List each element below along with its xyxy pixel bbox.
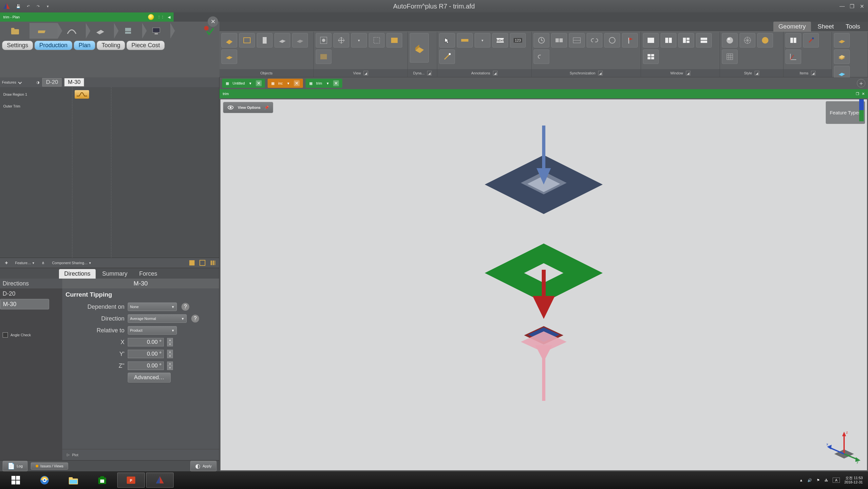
direction-select[interactable]: Average Normal▼ <box>128 314 187 323</box>
viewport-3d[interactable]: View Options 📌 ⚑ Feature Types <box>220 99 867 471</box>
tray-ime-icon[interactable]: A <box>833 478 839 483</box>
style-wire-icon[interactable] <box>740 33 755 48</box>
style-expand-icon[interactable]: ◢ <box>755 71 759 76</box>
sync-link-icon[interactable] <box>587 33 602 48</box>
dyna-icon[interactable] <box>410 33 429 63</box>
sync-icon-3[interactable] <box>569 33 585 48</box>
vtab-close-icon[interactable]: ✕ <box>333 80 339 86</box>
vtab-inc[interactable]: ▦ inc ▼ ✕ <box>268 79 303 88</box>
subtab-production[interactable]: Production <box>34 41 72 50</box>
annot-cursor-icon[interactable] <box>439 33 455 48</box>
annot-flag-icon[interactable]: ▾ <box>475 33 490 48</box>
split-icon[interactable]: ⋮⋮ <box>157 15 164 19</box>
style-sphere2-icon[interactable] <box>757 33 773 48</box>
subtab-settings[interactable]: Settings <box>2 41 33 50</box>
process-step-screen[interactable] <box>142 23 170 39</box>
view-expand-icon[interactable]: ◢ <box>364 71 368 76</box>
viewport-close-icon[interactable]: ✕ <box>862 92 865 96</box>
objects-icon-6[interactable] <box>221 50 237 64</box>
proptab-summary[interactable]: Summary <box>97 269 133 279</box>
objects-icon-4[interactable] <box>275 33 290 48</box>
view-icon-2[interactable] <box>334 33 349 48</box>
pin-icon[interactable]: 📌 <box>264 106 269 110</box>
tray-network-icon[interactable]: 🖧 <box>825 478 828 482</box>
y-spinner[interactable]: ▲▼ <box>167 350 173 358</box>
annot-123-icon[interactable]: 123 <box>510 33 526 48</box>
vtab-trim[interactable]: ▦ trim ▼ ✕ <box>306 79 342 88</box>
relative-to-select[interactable]: Product▼ <box>128 326 177 335</box>
win-4-icon[interactable] <box>696 33 712 48</box>
win-expand-icon[interactable]: ◢ <box>686 71 690 76</box>
minimize-button[interactable]: — <box>838 2 846 10</box>
view-icon-4[interactable] <box>369 33 384 48</box>
x-spinner[interactable]: ▲▼ <box>167 338 173 346</box>
vtab-untitled[interactable]: ▦ Untitled ▼ ✕ <box>222 79 265 88</box>
z-spinner[interactable]: ▲▼ <box>167 362 173 370</box>
prop-left-m30[interactable]: M-30 <box>0 299 49 309</box>
redo-icon[interactable]: ↷ <box>34 2 42 10</box>
style-sphere-icon[interactable] <box>722 33 738 48</box>
ana-icon-2[interactable] <box>834 50 850 64</box>
taskbar-clock[interactable]: 오전 11:53 2018-12-31 <box>844 476 863 484</box>
legend-pin-icon[interactable]: ⚑ <box>828 103 863 109</box>
annot-expand-icon[interactable]: ◢ <box>493 71 498 76</box>
dyna-expand-icon[interactable]: ◢ <box>427 71 432 76</box>
collapse-icon[interactable]: ◀ <box>168 15 170 19</box>
close-ribbon-button[interactable]: ✕ <box>208 17 218 27</box>
vtab-drop-icon[interactable]: ▼ <box>325 82 331 85</box>
sync-expand-icon[interactable]: ◢ <box>598 71 603 76</box>
taskbar-store[interactable] <box>88 472 116 488</box>
process-step-stamp[interactable] <box>114 23 142 39</box>
angle-check-row[interactable]: Angle Check <box>0 332 62 338</box>
maximize-button[interactable]: ❐ <box>848 2 856 10</box>
taskbar-powerpoint[interactable]: P <box>117 472 145 488</box>
y-input[interactable]: 0.00 ° <box>128 350 164 358</box>
sync-unlink-icon[interactable] <box>534 50 549 64</box>
tool-icon-a[interactable] <box>188 259 196 267</box>
log-button[interactable]: 📄 Log <box>3 461 28 471</box>
ribbon-tab-tools[interactable]: Tools <box>840 22 865 31</box>
taskbar-explorer[interactable] <box>60 472 87 488</box>
ana-icon-1[interactable] <box>834 33 850 48</box>
sync-flag-icon[interactable] <box>622 33 638 48</box>
tool-icon-b[interactable] <box>198 259 207 267</box>
document-tab[interactable]: trim - Plan ⋮⋮ ◀ <box>0 12 174 22</box>
close-button[interactable]: ✕ <box>858 2 866 10</box>
help-direction[interactable]: ? <box>191 315 199 322</box>
taskbar-autoform[interactable] <box>146 472 174 488</box>
ribbon-tab-geometry[interactable]: Geometry <box>773 22 811 31</box>
win-3-icon[interactable] <box>678 33 694 48</box>
annot-ruler-icon[interactable] <box>457 33 473 48</box>
objects-icon-3[interactable] <box>257 33 273 48</box>
process-step-curve[interactable] <box>58 23 86 39</box>
component-sharing-menu[interactable]: Component Sharing… ▾ <box>50 260 94 266</box>
win-1-icon[interactable] <box>643 33 659 48</box>
proptab-directions[interactable]: Directions <box>59 269 96 279</box>
vtab-close-icon[interactable]: ✕ <box>256 80 262 86</box>
issues-button[interactable]: Issues / Views <box>31 462 68 470</box>
prop-left-d20[interactable]: D-20 <box>0 288 62 299</box>
features-toggle-icon[interactable]: ◑ <box>36 80 40 85</box>
vtab-drop-icon[interactable]: ▼ <box>247 82 253 85</box>
sync-icon-1[interactable] <box>534 33 549 48</box>
features-dropdown-icon[interactable] <box>18 80 22 84</box>
ribbon-tab-sheet[interactable]: Sheet <box>812 22 839 31</box>
angle-check-checkbox[interactable] <box>3 332 8 338</box>
objects-icon-5[interactable] <box>292 33 308 48</box>
axis-triad[interactable]: z x y <box>825 428 861 464</box>
process-step-open[interactable] <box>1 23 29 39</box>
stage-d20[interactable]: D-20 <box>42 78 62 87</box>
view-icon-1[interactable] <box>316 33 332 48</box>
sharing-icon[interactable]: ⋔ <box>39 259 48 267</box>
items-axis-icon[interactable] <box>785 50 801 64</box>
win-2-icon[interactable] <box>661 33 676 48</box>
stage-m30[interactable]: M-30 <box>64 78 84 87</box>
feature-menu[interactable]: Feature… ▾ <box>12 260 37 266</box>
viewport-maximize-icon[interactable]: ❐ <box>856 92 859 96</box>
advanced-button[interactable]: Advanced… <box>128 373 170 382</box>
tray-volume-icon[interactable]: 🔊 <box>807 478 812 483</box>
subtab-piece-cost[interactable]: Piece Cost <box>126 41 165 50</box>
apply-button[interactable]: ◐ Apply <box>190 461 217 471</box>
objects-icon-2[interactable] <box>239 33 255 48</box>
sync-icon-5[interactable] <box>604 33 620 48</box>
